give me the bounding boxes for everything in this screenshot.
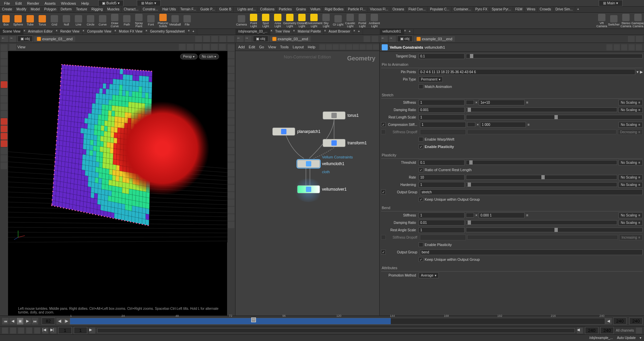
menu-render[interactable]: Render [24, 1, 42, 6]
info-icon[interactable] [636, 44, 642, 50]
toolbar-btn[interactable] [1, 44, 7, 51]
bend-stiffness-scale-dropdown[interactable]: No Scaling ≡ [619, 212, 643, 218]
tool-camera[interactable]: Camera [235, 13, 248, 29]
view-tab-add-icon[interactable]: + [355, 29, 363, 35]
comp-stiff-slider[interactable] [467, 122, 475, 127]
prev-frame-button[interactable]: ◀ [9, 318, 16, 325]
menu-file[interactable]: File [1, 1, 13, 6]
toolbar-btn[interactable] [228, 52, 234, 58]
tool-tube[interactable]: Tube [24, 13, 36, 29]
node-transform[interactable]: transform1 [323, 139, 367, 147]
toolbar-btn[interactable] [228, 96, 234, 103]
view-tab[interactable]: vellumcloth1 [380, 29, 404, 35]
bottom-btn[interactable]: ▶| [50, 328, 56, 334]
view-tab[interactable]: Asset Browser [326, 29, 353, 35]
bend-output-group-field[interactable] [420, 249, 643, 255]
first-frame-button[interactable]: ⏮ [2, 318, 9, 325]
node-vellumcloth[interactable]: vellumcloth1 [297, 160, 344, 168]
tool-spraypaint[interactable]: Spray Paint [133, 13, 145, 29]
nav-fwd-icon[interactable]: → [245, 36, 252, 42]
toolbar-btn[interactable] [228, 192, 234, 199]
shelf-tab[interactable]: Create [0, 7, 14, 12]
network-icon[interactable] [326, 44, 332, 50]
view-tab-add-icon[interactable]: + [406, 29, 414, 35]
toolbar-btn[interactable] [1, 140, 7, 147]
shelf-set-dropdown-right[interactable]: ⊞ Main ▾ [599, 0, 623, 6]
pin-icon[interactable] [628, 36, 635, 42]
rate-scale-dropdown[interactable]: No Scaling ≡ [619, 175, 643, 180]
bend-damping-slider[interactable] [466, 220, 617, 225]
ratio-rest-checkbox[interactable] [419, 167, 423, 172]
playhead[interactable]: 82 [251, 318, 256, 322]
bend-plasticity-checkbox[interactable] [419, 242, 423, 247]
bend-stiffness-field[interactable] [419, 212, 465, 218]
next-frame-button[interactable]: ▶ [24, 318, 31, 325]
toolbar-btn[interactable] [228, 81, 234, 88]
toolbar-btn[interactable] [228, 118, 234, 125]
next-key-button[interactable]: |▶ [63, 318, 70, 325]
bottom-btn[interactable] [18, 328, 24, 334]
view-tab[interactable]: Motion FX View [116, 29, 146, 35]
bottom-btn[interactable]: |◀ [42, 328, 48, 334]
network-icon[interactable] [346, 44, 352, 50]
viewport-btn[interactable] [219, 44, 226, 50]
tool-curve[interactable]: Curve [97, 13, 109, 29]
tool-envlight[interactable]: Environment Light [308, 13, 320, 29]
param-ico[interactable] [614, 44, 620, 50]
menu-edit[interactable]: Edit [13, 1, 24, 6]
shelf-tab[interactable]: Guide P... [198, 7, 217, 12]
shelf-tab[interactable]: Pyro FX [473, 7, 490, 12]
tool-ambientlight[interactable]: Ambient Light [368, 13, 380, 29]
shelf-tab[interactable]: FEM [513, 7, 525, 12]
tool-causticlight[interactable]: Caustic Light [344, 13, 356, 29]
range-prev-button[interactable]: ◀ [605, 318, 612, 325]
shelf-tab[interactable]: Vellum [308, 7, 323, 12]
toolbar-btn[interactable] [1, 103, 7, 110]
tool-font[interactable]: Font [145, 13, 157, 29]
range-btn[interactable]: ◀ [577, 328, 583, 334]
tool-switcher[interactable]: Switcher [608, 13, 620, 29]
toolbar-btn[interactable] [228, 214, 234, 221]
view-tab[interactable]: /obj/example_03_... [235, 29, 270, 35]
desktop-dropdown[interactable]: ▣ Build5 ▾ [98, 0, 123, 6]
toolbar-btn[interactable] [228, 140, 234, 147]
shelf-tab[interactable]: Polygon [42, 7, 59, 12]
bottom-btn[interactable] [10, 328, 16, 334]
tool-grid[interactable]: Grid [48, 13, 60, 29]
damping-field[interactable] [419, 107, 465, 113]
shelf-tab[interactable]: Model [29, 7, 42, 12]
info-icon[interactable] [228, 222, 234, 228]
toolbar-btn[interactable] [1, 89, 7, 95]
shelf-tab[interactable]: Populate C... [428, 7, 452, 12]
toolbar-btn[interactable] [228, 44, 234, 51]
menu-help[interactable]: Help [78, 1, 92, 6]
bend-stiffness-exp-field[interactable] [479, 212, 525, 218]
select-icon[interactable] [1, 66, 7, 73]
tool-platonic[interactable]: Platonic Solids [157, 13, 169, 29]
comp-stiff-checkbox[interactable] [381, 122, 386, 127]
nav-back-icon[interactable]: ← [237, 36, 244, 42]
tool-geometrylight[interactable]: Geometry Light [284, 13, 296, 29]
toolbar-btn[interactable] [228, 111, 234, 117]
shelf-tab[interactable]: Fluid Con... [407, 7, 428, 12]
toolbar-btn[interactable] [228, 207, 234, 213]
network-icon[interactable] [353, 44, 359, 50]
tool-drawcurve[interactable]: Draw Curve [109, 13, 121, 29]
shelf-add-icon[interactable]: + [575, 7, 581, 12]
prev-key-button[interactable]: ◀| [56, 318, 63, 325]
bottom-btn[interactable] [34, 328, 40, 334]
end-frame-field[interactable] [613, 318, 627, 325]
shelf-tab[interactable]: Guide B [217, 7, 233, 12]
toolbar-btn[interactable] [228, 89, 234, 95]
threshold-slider[interactable] [466, 160, 617, 165]
keep-unique-checkbox[interactable] [419, 197, 423, 202]
bottom-btn[interactable] [26, 328, 32, 334]
toolbar-btn[interactable] [228, 74, 234, 81]
nav-btn[interactable] [211, 36, 218, 42]
stepper-icon[interactable]: ≡ [526, 213, 528, 217]
node-torus[interactable]: torus1 [323, 111, 359, 119]
network-menu-layout[interactable]: Layout [293, 45, 304, 49]
damping-slider[interactable] [466, 107, 617, 112]
network-icon[interactable] [333, 44, 339, 50]
node-vellumsolver[interactable]: vellumsolver1 [297, 185, 346, 193]
